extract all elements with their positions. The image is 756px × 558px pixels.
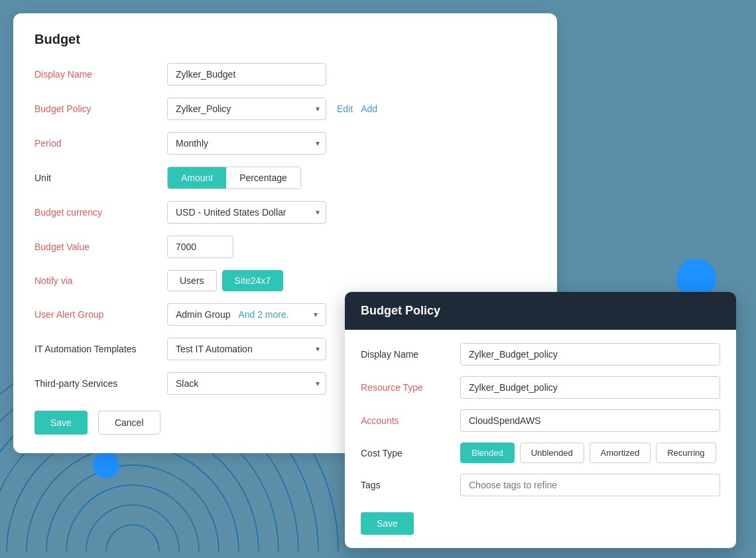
display-name-input[interactable] — [167, 63, 326, 86]
budget-currency-select-wrapper: USD - United States Dollar ▾ — [167, 201, 326, 224]
notify-via-row: Notify via Users Site24x7 — [34, 270, 536, 291]
notify-users-button[interactable]: Users — [167, 270, 217, 291]
policy-modal-header: Budget Policy — [345, 292, 736, 330]
budget-policy-modal: Budget Policy Display Name Resource Type… — [345, 292, 736, 548]
policy-actions: Edit Add — [337, 104, 377, 114]
policy-resource-type-row: Resource Type — [361, 376, 720, 399]
budget-value-input[interactable] — [167, 236, 233, 258]
add-policy-link[interactable]: Add — [361, 104, 377, 114]
display-name-row: Display Name — [34, 63, 536, 86]
policy-display-name-row: Display Name — [361, 343, 720, 366]
budget-value-label: Budget Value — [34, 242, 167, 252]
alert-group-main-text: Admin Group — [176, 309, 230, 320]
user-alert-group-select[interactable]: Admin Group And 2 more. ▾ — [167, 303, 326, 326]
third-party-select-wrapper: Slack ▾ — [167, 372, 326, 395]
svg-point-0 — [106, 525, 159, 551]
svg-point-3 — [46, 465, 219, 551]
policy-tags-row: Tags — [361, 474, 720, 496]
policy-modal-body: Display Name Resource Type Accounts Cost… — [345, 330, 736, 548]
svg-point-1 — [86, 505, 179, 551]
notify-via-group: Users Site24x7 — [167, 270, 283, 291]
unit-percentage-button[interactable]: Percentage — [226, 167, 300, 188]
policy-accounts-row: Accounts — [361, 409, 720, 432]
policy-resource-type-label: Resource Type — [361, 382, 460, 393]
third-party-label: Third-party Services — [34, 378, 167, 389]
decorative-circle-small — [93, 452, 119, 478]
budget-policy-select[interactable]: Zylker_Policy — [167, 98, 326, 120]
policy-tags-label: Tags — [361, 480, 460, 490]
period-select-wrapper: Monthly Quarterly Annually ▾ — [167, 132, 326, 155]
notify-via-label: Notify via — [34, 275, 167, 286]
policy-tags-input[interactable] — [460, 474, 720, 496]
edit-policy-link[interactable]: Edit — [337, 104, 353, 114]
period-label: Period — [34, 138, 167, 149]
period-row: Period Monthly Quarterly Annually ▾ — [34, 132, 536, 155]
policy-accounts-input[interactable] — [460, 409, 720, 432]
budget-currency-select[interactable]: USD - United States Dollar — [167, 201, 326, 224]
save-button[interactable]: Save — [34, 411, 88, 435]
svg-point-4 — [27, 445, 239, 551]
budget-currency-row: Budget currency USD - United States Doll… — [34, 201, 536, 224]
it-automation-select-wrapper: Test IT Automation ▾ — [167, 338, 326, 360]
budget-policy-label: Budget Policy — [34, 104, 167, 114]
unit-label: Unit — [34, 173, 167, 183]
budget-card-title: Budget — [34, 32, 536, 47]
policy-save-button[interactable]: Save — [361, 512, 414, 535]
policy-resource-type-input[interactable] — [460, 376, 720, 399]
it-automation-select[interactable]: Test IT Automation — [167, 338, 326, 360]
user-alert-group-label: User Alert Group — [34, 309, 167, 320]
policy-display-name-input[interactable] — [460, 343, 720, 366]
policy-cost-type-row: Cost Type Blended Unblended Amortized Re… — [361, 443, 720, 463]
alert-group-more-text: And 2 more. — [238, 309, 288, 320]
policy-display-name-label: Display Name — [361, 349, 460, 360]
policy-cost-type-label: Cost Type — [361, 448, 460, 458]
it-automation-label: IT Automation Templates — [34, 344, 167, 354]
svg-point-2 — [66, 485, 199, 551]
third-party-select[interactable]: Slack — [167, 372, 326, 395]
cost-type-amortized-button[interactable]: Amortized — [590, 443, 651, 463]
budget-currency-label: Budget currency — [34, 207, 167, 218]
unit-row: Unit Amount Percentage — [34, 167, 536, 189]
budget-policy-select-wrapper: Zylker_Policy ▾ — [167, 98, 326, 120]
display-name-label: Display Name — [34, 69, 167, 80]
policy-modal-title: Budget Policy — [361, 304, 440, 317]
cost-type-group: Blended Unblended Amortized Recurring — [460, 443, 716, 463]
alert-group-arrow-icon: ▾ — [314, 310, 318, 319]
policy-accounts-label: Accounts — [361, 415, 460, 426]
period-select[interactable]: Monthly Quarterly Annually — [167, 132, 326, 155]
budget-policy-row: Budget Policy Zylker_Policy ▾ Edit Add — [34, 98, 536, 120]
budget-value-row: Budget Value — [34, 236, 536, 258]
notify-site24x7-button[interactable]: Site24x7 — [222, 270, 283, 291]
unit-amount-button[interactable]: Amount — [168, 167, 226, 188]
cancel-button[interactable]: Cancel — [98, 411, 160, 435]
cost-type-blended-button[interactable]: Blended — [460, 443, 515, 463]
cost-type-recurring-button[interactable]: Recurring — [656, 443, 716, 463]
unit-toggle-group: Amount Percentage — [167, 167, 301, 189]
cost-type-unblended-button[interactable]: Unblended — [520, 443, 584, 463]
